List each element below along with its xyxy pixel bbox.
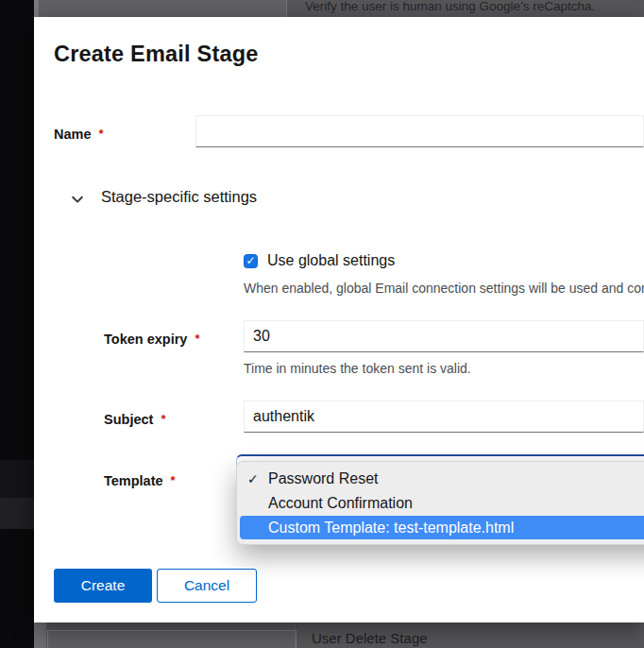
stage-settings-group-toggle[interactable]: Stage-specific settings [54,188,299,209]
subject-label: Subject* [104,412,165,427]
template-label: Template* [104,473,176,488]
required-asterisk: * [99,127,104,141]
use-global-settings-checkbox[interactable]: ✓ [244,254,258,268]
backdrop-input-box [38,0,287,17]
backdrop-bottom: User Delete Stage [34,622,644,648]
checkmark-icon: ✓ [246,254,256,268]
app-root: Verify the user is human using Google's … [0,0,644,648]
required-asterisk: * [195,332,199,346]
backdrop-row-text: User Delete Stage [312,630,428,646]
sidebar [0,0,34,648]
backdrop-description-text: Verify the user is human using Google's … [305,0,595,13]
menu-item-account-confirmation[interactable]: Account Confirmation [237,491,644,516]
template-dropdown-menu: ✓ Password Reset Account Confirmation Cu… [236,461,644,545]
token-expiry-helper: Time in minutes the token sent is valid. [244,361,644,376]
sidebar-item-block [0,498,34,529]
chevron-down-icon [71,193,84,206]
checkmark-icon: ✓ [247,467,259,491]
menu-item-custom-template[interactable]: Custom Template: test-template.html [240,516,644,539]
backdrop-input-box [47,630,297,648]
name-input[interactable] [195,115,644,147]
required-asterisk: * [161,412,165,426]
token-expiry-input[interactable] [244,320,644,352]
backdrop-cell-divider [295,622,296,648]
menu-item-password-reset[interactable]: ✓ Password Reset [237,467,644,491]
required-asterisk: * [171,473,176,487]
create-button[interactable]: Create [54,569,152,603]
sidebar-item-block [0,460,34,498]
modal-title: Create Email Stage [54,42,259,67]
backdrop-top: Verify the user is human using Google's … [34,0,644,17]
subject-input[interactable] [244,401,644,433]
group-title: Stage-specific settings [101,188,257,206]
name-label: Name* [54,127,104,142]
token-expiry-label: Token expiry* [104,332,199,347]
backdrop-table-column [34,622,46,648]
use-global-settings-helper: When enabled, global Email connection se… [244,281,644,296]
use-global-settings-label[interactable]: Use global settings [267,252,395,269]
cancel-button[interactable]: Cancel [157,569,257,603]
